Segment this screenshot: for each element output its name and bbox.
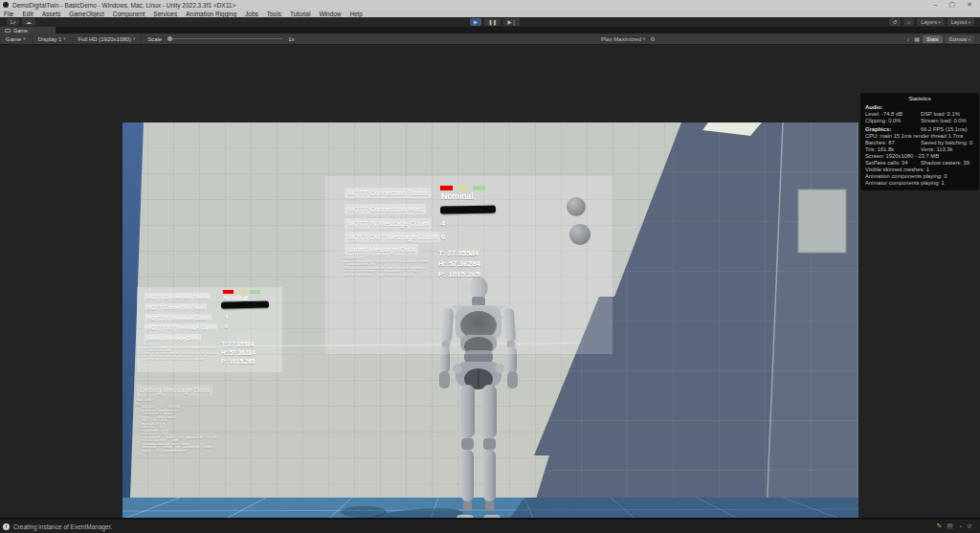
stats-setpass-calls: SetPass calls: 34 [865,160,921,167]
layout-dropdown[interactable]: Layout ▾ [947,18,974,26]
stats-verts: Verts: 113.3k [921,146,952,153]
search-button[interactable]: ⌕ [903,18,914,26]
console-log-icon[interactable]: ▤ [947,522,953,530]
scale-slider-knob[interactable] [167,36,172,41]
search-icon: ⌕ [907,19,910,26]
menu-tutorial[interactable]: Tutorial [290,11,310,17]
layers-label: Layers [921,19,937,25]
chevron-down-icon: ▾ [969,37,970,42]
stats-graphics-heading: Graphics: [865,126,921,133]
scale-control: Scale 1x [142,33,300,44]
view-mode-dropdown[interactable]: Game ▾ [0,33,33,44]
play-icon: ▶ [474,19,478,25]
stats-audio-level: Level: -74.8 dB [865,111,921,118]
mqtt-raw-message: <MsgContext> name='temperature' type=0 t… [343,256,438,278]
status-message[interactable]: Creating instance of EventManager. [13,523,112,530]
maximize-icon[interactable]: ▢ [949,0,956,10]
unity-logo-icon [3,2,9,8]
tab-game[interactable]: Game [0,27,56,33]
debug-raw-json: Raw JSON: { 'msgCount': 4, '2023-08-...'… [137,399,290,456]
display-label: Display 1 [38,36,62,42]
play-mode-dropdown[interactable]: Play Maximized ▾ [601,36,645,42]
chevron-down-icon: ▾ [63,36,65,41]
mqtt-host-redacted [221,301,269,309]
layers-dropdown[interactable]: Layers ▾ [917,18,944,26]
game-tab-label: Game [13,28,28,33]
stats-tris: Tris: 161.8k [865,146,921,153]
stats-batches: Batches: 87 [865,140,921,146]
mute-audio-icon[interactable]: ♪ [906,36,909,42]
status-bar: i Creating instance of EventManager. ✎ ▤… [0,518,980,533]
undo-history-button[interactable]: ↺ [889,18,902,26]
mqtt-hud-panel: MQTT Connection Status Nominal MQTT Conn… [137,287,282,372]
status-indicator-green [250,290,260,294]
pressure-value: P: 1015.265 [438,270,480,278]
account-icon[interactable]: L ▾ [7,18,19,26]
gizmos-label: Gizmos [949,36,968,42]
mqtt-raw-message: <MsgContext> name='temperature' type=0 t… [143,344,217,362]
mqtt-status-label: MQTT Connection Status [345,188,431,198]
menu-help[interactable]: Help [350,11,363,17]
stats-stream-load: Stream load: 0.0% [921,118,967,124]
close-icon[interactable]: ✕ [967,0,972,10]
pause-button[interactable]: ❚❚ [484,18,501,26]
menu-animation-rigging[interactable]: Animation Rigging [186,11,236,17]
gizmos-dropdown[interactable]: Gizmos ▾ [946,35,974,43]
tab-row: Game [0,27,980,33]
humidity-value: H: 57.36284 [221,349,256,356]
stats-animator-components: Animator components playing: 1 [865,180,974,187]
pressure-value: P: 1015.265 [221,358,255,365]
status-indicator-yellow [457,186,469,190]
display-dropdown[interactable]: Display 1 ▾ [33,33,73,44]
menu-jobs[interactable]: Jobs [245,11,258,17]
play-mode-label: Play Maximized [601,36,641,42]
menu-services[interactable]: Services [153,11,177,17]
mqtt-out-value: 0 [225,323,228,329]
temperature-value: T: 27.35584 [221,341,254,347]
mqtt-in-label: MQTT IN Message Count [145,314,212,321]
mqtt-latest-label: Latest Message Data [145,334,201,341]
menu-file[interactable]: File [4,11,13,17]
activity-brush-icon[interactable]: ✎ [936,522,942,530]
vsync-icon[interactable]: ▦ [914,35,920,42]
menu-window[interactable]: Window [319,11,341,17]
game-render-viewport[interactable]: MQTT Connection Status Nominal MQTT Conn… [122,122,858,533]
stats-audio-heading: Audio: [865,104,974,111]
scale-slider[interactable] [167,38,282,39]
mqtt-in-value: 4 [225,314,228,320]
game-toolbar: Game ▾ Display 1 ▾ Full HD (1920x1080) ▾… [0,33,980,45]
history-icon: ↺ [893,19,898,25]
menu-tools[interactable]: Tools [267,11,281,17]
menu-assets[interactable]: Assets [42,11,61,17]
menu-gameobject[interactable]: GameObject [69,11,104,17]
menu-component[interactable]: Component [113,11,145,17]
status-indicator-red [440,186,453,190]
stats-toggle-button[interactable]: Stats [923,35,943,43]
menu-bar: File Edit Assets GameObject Component Se… [0,10,980,17]
resolution-dropdown[interactable]: Full HD (1920x1080) ▾ [73,33,143,44]
status-indicator-yellow [236,290,247,294]
chevron-down-icon: ▾ [938,20,940,25]
collab-status-icon[interactable]: ⊘ [967,522,972,530]
chevron-down-icon: ▾ [643,36,645,41]
play-button[interactable]: ▶ [470,18,481,26]
step-icon: ▶❘ [507,19,516,25]
gear-icon[interactable]: ⚙ [650,35,655,42]
status-indicator-green [473,186,485,190]
status-indicator-red [223,290,234,294]
progress-icon[interactable]: ◔ [958,523,962,530]
mqtt-host-label: MQTT Connection Host [145,303,207,310]
stats-shadow-casters: Shadow casters: 39 [921,160,969,167]
menu-edit[interactable]: Edit [22,11,33,17]
stats-animation-components: Animation components playing: 0 [865,173,974,180]
cloud-icon[interactable]: ☁ [22,18,35,26]
stats-visible-skinned-meshes: Visible skinned meshes: 1 [865,167,974,173]
minimize-icon[interactable]: – [934,0,938,10]
mqtt-in-value: 4 [441,219,445,228]
chevron-down-icon: ▾ [23,36,25,41]
info-icon: i [3,523,10,530]
step-button[interactable]: ▶❘ [503,18,520,26]
resolution-label: Full HD (1920x1080) [78,36,131,42]
pause-icon: ❚❚ [488,19,497,25]
main-toolbar: L ▾ ☁ ▶ ❚❚ ▶❘ ↺ ⌕ Layers ▾ Layout ▾ [0,17,980,27]
